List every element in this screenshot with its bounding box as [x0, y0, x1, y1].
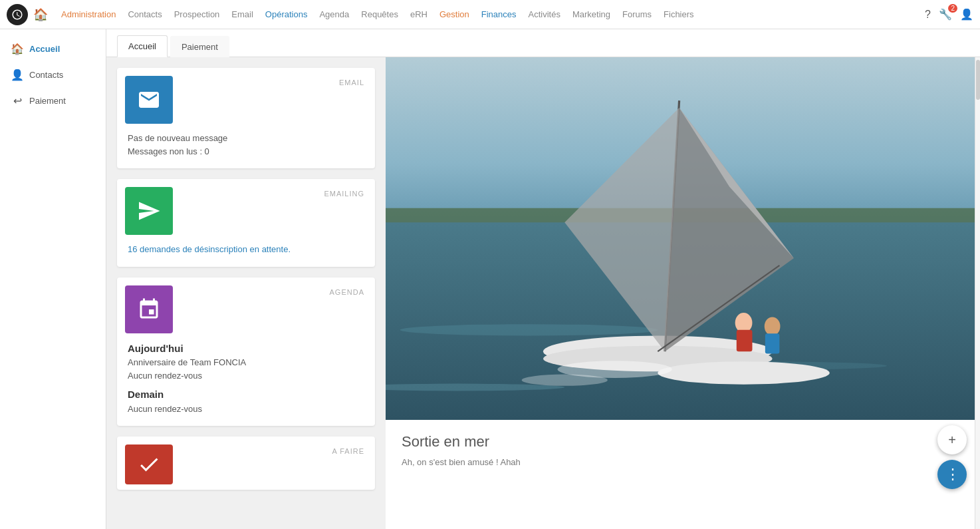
- todo-widget-icon[interactable]: [125, 444, 173, 484]
- app-logo[interactable]: [7, 4, 28, 25]
- fab-container: + ⋮: [937, 425, 967, 489]
- news-scrollbar[interactable]: [975, 57, 980, 529]
- sidebar-item-contacts-label: Contacts: [29, 70, 63, 80]
- news-text-area: Sortie en mer Ah, on s'est bien amusé ! …: [386, 420, 980, 483]
- topnav-items: Administration Contacts Prospection Emai…: [56, 7, 925, 22]
- topnav-right: ? 🔧 2 👤: [925, 8, 973, 21]
- svg-rect-15: [737, 330, 753, 351]
- emailing-widget-icon[interactable]: [125, 187, 173, 235]
- agenda-widget-icon[interactable]: [125, 285, 173, 333]
- fab-menu-button[interactable]: ⋮: [937, 460, 967, 489]
- widget-email-header: EMAIL: [117, 68, 375, 124]
- topnav-item-administration[interactable]: Administration: [56, 7, 121, 22]
- todo-widget-label: A FAIRE: [181, 444, 364, 455]
- widget-emailing: EMAILING 16 demandes de désinscription e…: [117, 179, 375, 267]
- fab-menu-icon: ⋮: [945, 466, 959, 483]
- agenda-no-appointment-today: Aucun rendez-vous: [128, 369, 364, 383]
- widget-agenda-header: AGENDA: [117, 277, 375, 333]
- widget-agenda: AGENDA Aujourd'hui Anniversaire de Team …: [117, 277, 375, 427]
- user-icon[interactable]: 👤: [960, 8, 973, 21]
- widget-email: EMAIL Pas de nouveau message Messages no…: [117, 68, 375, 168]
- topnav: 🏠 Administration Contacts Prospection Em…: [0, 0, 980, 29]
- svg-point-8: [658, 361, 830, 384]
- topnav-item-finances[interactable]: Finances: [476, 7, 522, 22]
- email-unread: Messages non lus : 0: [128, 145, 364, 158]
- layout: 🏠 Accueil 👤 Contacts ↩ Paiement Accueil …: [0, 29, 980, 529]
- emailing-widget-label: EMAILING: [181, 187, 364, 198]
- topnav-item-contacts[interactable]: Contacts: [122, 7, 167, 22]
- sidebar-item-accueil-label: Accueil: [29, 44, 60, 54]
- topnav-item-prospection[interactable]: Prospection: [169, 7, 225, 22]
- agenda-anniversary: Anniversaire de Team FONCIA: [128, 356, 364, 369]
- news-excerpt: Ah, on s'est bien amusé ! Ahah: [402, 456, 964, 470]
- emailing-unsubscribe[interactable]: 16 demandes de désinscription en attente…: [128, 243, 364, 256]
- news-title: Sortie en mer: [402, 433, 964, 450]
- news-panel: Sortie en mer Ah, on s'est bien amusé ! …: [386, 57, 980, 529]
- email-widget-icon[interactable]: [125, 76, 173, 124]
- svg-rect-17: [765, 333, 780, 353]
- tab-accueil[interactable]: Accueil: [117, 35, 168, 57]
- paiement-sidebar-icon: ↩: [11, 94, 24, 107]
- sidebar-item-contacts[interactable]: 👤 Contacts: [0, 62, 106, 88]
- email-no-message: Pas de nouveau message: [128, 132, 364, 145]
- topnav-item-marketing[interactable]: Marketing: [567, 7, 616, 22]
- widget-emailing-header: EMAILING: [117, 179, 375, 235]
- agenda-today-label: Aujourd'hui: [128, 341, 364, 357]
- sidebar-item-paiement[interactable]: ↩ Paiement: [0, 88, 106, 114]
- widget-emailing-body: 16 demandes de désinscription en attente…: [117, 235, 375, 267]
- svg-point-3: [400, 324, 658, 335]
- home-icon[interactable]: 🏠: [33, 7, 48, 22]
- svg-point-19: [522, 375, 608, 386]
- widget-email-body: Pas de nouveau message Messages non lus …: [117, 124, 375, 168]
- home-sidebar-icon: 🏠: [11, 43, 24, 55]
- contacts-sidebar-icon: 👤: [11, 69, 24, 81]
- topnav-item-forums[interactable]: Forums: [617, 7, 657, 22]
- widget-todo: A FAIRE: [117, 437, 375, 490]
- main-content: Accueil Paiement EMAIL Pas de nouveau me…: [106, 29, 980, 529]
- sidebar-item-accueil[interactable]: 🏠 Accueil: [0, 36, 106, 62]
- widgets-panel: EMAIL Pas de nouveau message Messages no…: [106, 57, 386, 529]
- topnav-item-erh[interactable]: eRH: [405, 7, 433, 22]
- topnav-item-agenda[interactable]: Agenda: [314, 7, 354, 22]
- tab-paiement[interactable]: Paiement: [170, 36, 229, 57]
- agenda-widget-label: AGENDA: [181, 285, 364, 296]
- topnav-item-operations[interactable]: Opérations: [260, 7, 313, 22]
- agenda-no-appointment-tomorrow: Aucun rendez-vous: [128, 403, 364, 416]
- widget-todo-header: A FAIRE: [117, 437, 375, 484]
- scroll-thumb: [976, 60, 980, 100]
- topnav-item-email[interactable]: Email: [226, 7, 259, 22]
- fab-add-icon: +: [948, 433, 956, 448]
- content-area: EMAIL Pas de nouveau message Messages no…: [106, 57, 980, 529]
- agenda-tomorrow-label: Demain: [128, 387, 364, 403]
- topnav-item-activites[interactable]: Activités: [523, 7, 566, 22]
- topnav-item-gestion[interactable]: Gestion: [434, 7, 475, 22]
- notifications-icon[interactable]: 🔧 2: [939, 8, 952, 21]
- topnav-item-requetes[interactable]: Requêtes: [356, 7, 404, 22]
- email-widget-label: EMAIL: [181, 76, 364, 87]
- fab-add-button[interactable]: +: [937, 425, 967, 454]
- svg-point-16: [765, 317, 781, 335]
- sidebar: 🏠 Accueil 👤 Contacts ↩ Paiement: [0, 29, 106, 529]
- news-image: [386, 57, 980, 420]
- widget-agenda-body: Aujourd'hui Anniversaire de Team FONCIA …: [117, 333, 375, 427]
- help-icon[interactable]: ?: [925, 9, 931, 21]
- notification-badge: 2: [948, 4, 957, 13]
- sidebar-item-paiement-label: Paiement: [29, 96, 66, 106]
- topnav-item-fichiers[interactable]: Fichiers: [658, 7, 699, 22]
- tabs-bar: Accueil Paiement: [106, 29, 980, 57]
- svg-point-14: [735, 313, 753, 333]
